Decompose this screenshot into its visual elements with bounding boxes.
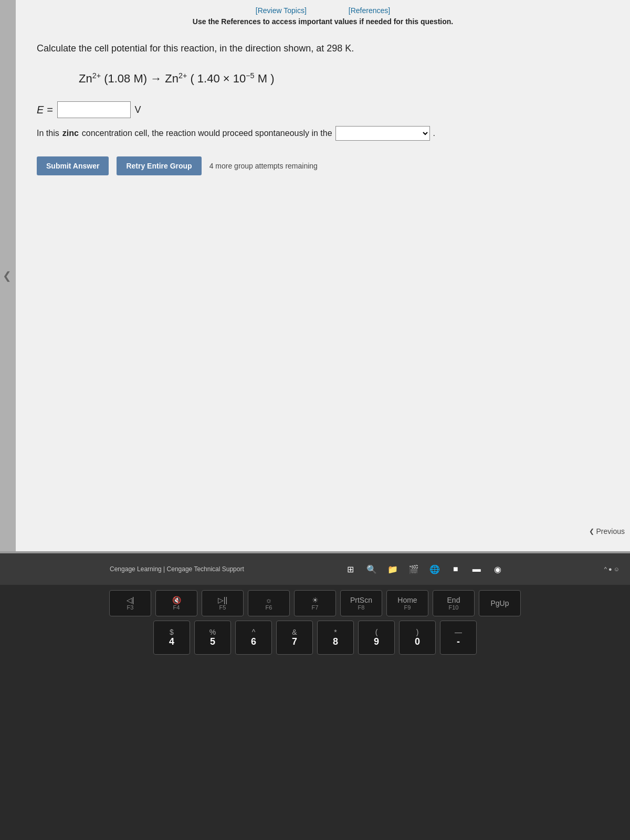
taskbar-right: ^ ● ☺ [604, 566, 620, 572]
footer-text: Cengage Learning | Cengage Technical Sup… [110, 565, 244, 573]
taskbar-center: Cengage Learning | Cengage Technical Sup… [110, 565, 244, 573]
key-8-bottom: 8 [333, 636, 338, 647]
system-tray: ^ ● ☺ [604, 566, 620, 572]
key-f6[interactable]: ☼ F6 [248, 590, 290, 616]
eq-left-conc: (1.08 M) [104, 72, 150, 85]
key-6[interactable]: ^ 6 [235, 621, 272, 655]
key-8[interactable]: * 8 [317, 621, 354, 655]
keyboard-area: ◁| F3 🔇 F4 ▷|| F5 ☼ F6 ☀ F7 PrtScn F8 Ho… [0, 585, 630, 840]
key-f9[interactable]: Home F9 [386, 590, 428, 616]
eq-right-paren-open: ( [190, 72, 194, 85]
key-pgup-label: PgUp [490, 599, 509, 607]
taskbar-chrome-icon[interactable]: ◉ [490, 562, 505, 576]
answer-input[interactable] [57, 101, 131, 118]
references-link[interactable]: [References] [349, 6, 390, 15]
unit-label: V [135, 104, 141, 116]
subtitle-text: Use the References to access important v… [37, 17, 609, 26]
key-f4-icon: 🔇 [172, 596, 181, 604]
top-links-bar: [Review Topics] [References] [37, 0, 609, 17]
attempts-remaining-text: 4 more group attempts remaining [209, 162, 318, 170]
key-5[interactable]: % 5 [194, 621, 231, 655]
direction-sentence: In this zinc concentration cell, the rea… [37, 126, 609, 141]
key-f8[interactable]: PrtScn F8 [340, 590, 382, 616]
key-7-top: & [292, 628, 297, 636]
e-label: E = [37, 104, 53, 116]
taskbar-file-icon[interactable]: 📁 [385, 562, 400, 576]
key-6-top: ^ [252, 628, 256, 636]
retry-entire-group-button[interactable]: Retry Entire Group [117, 156, 201, 175]
key-0-bottom: 0 [415, 636, 420, 647]
key-f6-icon: ☼ [266, 596, 272, 604]
key-5-top: % [209, 628, 216, 636]
key-8-top: * [334, 628, 337, 636]
eq-right-ion: Zn2+ [165, 72, 187, 85]
number-key-row: $ 4 % 5 ^ 6 & 7 * 8 ( 9 ) 0 — - [10, 621, 620, 655]
key-f9-label: Home [397, 596, 417, 604]
search-taskbar-icon[interactable]: 🔍 [364, 562, 379, 576]
key-0[interactable]: ) 0 [399, 621, 436, 655]
key-7-bottom: 7 [292, 636, 297, 647]
key-minus-bottom: - [457, 636, 460, 647]
left-sidebar: ❮ [0, 0, 16, 551]
key-f3[interactable]: ◁| F3 [109, 590, 151, 616]
key-f10-label: End [447, 596, 460, 604]
previous-button[interactable]: Previous [589, 527, 625, 536]
key-6-bottom: 6 [251, 636, 256, 647]
key-7[interactable]: & 7 [276, 621, 313, 655]
eq-right-conc: 1.40 × 10−5 M [197, 72, 267, 85]
direction-middle: concentration cell, the reaction would p… [82, 129, 332, 138]
question-title: Calculate the cell potential for this re… [37, 41, 609, 56]
left-arrow-icon[interactable]: ❮ [3, 269, 12, 282]
key-minus[interactable]: — - [440, 621, 477, 655]
key-f10[interactable]: End F10 [433, 590, 475, 616]
submit-answer-button[interactable]: Submit Answer [37, 156, 109, 175]
eq-left-ion: Zn2+ [79, 72, 101, 85]
key-4[interactable]: $ 4 [153, 621, 190, 655]
key-0-top: ) [416, 628, 419, 636]
taskbar-icons: ⊞ 🔍 📁 🎬 🌐 ■ ▬ ◉ [343, 562, 505, 576]
windows-icon[interactable]: ⊞ [343, 562, 358, 576]
key-9-top: ( [375, 628, 378, 636]
eq-right-paren-close: ) [270, 72, 274, 85]
key-4-bottom: 4 [169, 636, 174, 647]
direction-dropdown[interactable]: forward reverse [335, 126, 430, 141]
key-5-bottom: 5 [210, 636, 215, 647]
direction-prefix: In this [37, 129, 59, 138]
key-minus-top: — [455, 628, 462, 636]
buttons-row: Submit Answer Retry Entire Group 4 more … [37, 156, 609, 175]
taskbar: Cengage Learning | Cengage Technical Sup… [0, 553, 630, 585]
review-topics-link[interactable]: [Review Topics] [256, 6, 307, 15]
taskbar-edge-icon[interactable]: 🌐 [427, 562, 442, 576]
direction-bold-word: zinc [62, 129, 79, 138]
key-f4[interactable]: 🔇 F4 [155, 590, 197, 616]
key-f5-icon: ▷|| [218, 596, 227, 604]
key-f7[interactable]: ☀ F7 [294, 590, 336, 616]
fn-key-row: ◁| F3 🔇 F4 ▷|| F5 ☼ F6 ☀ F7 PrtScn F8 Ho… [10, 590, 620, 616]
taskbar-app2-icon[interactable]: ▬ [469, 562, 484, 576]
direction-period: . [433, 129, 435, 138]
key-9-bottom: 9 [374, 636, 379, 647]
answer-area: E = V [37, 101, 609, 118]
eq-arrow: → [150, 72, 165, 85]
key-f3-icon: ◁| [127, 596, 134, 604]
key-f7-icon: ☀ [312, 596, 319, 604]
taskbar-app1-icon[interactable]: ■ [448, 562, 463, 576]
key-pgup[interactable]: PgUp [479, 590, 521, 616]
key-4-top: $ [170, 628, 174, 636]
key-f8-label: PrtScn [350, 596, 372, 604]
chemical-equation: Zn2+ (1.08 M) → Zn2+ ( 1.40 × 10−5 M ) [79, 71, 609, 86]
taskbar-media-icon[interactable]: 🎬 [406, 562, 421, 576]
key-f5[interactable]: ▷|| F5 [202, 590, 244, 616]
key-9[interactable]: ( 9 [358, 621, 395, 655]
